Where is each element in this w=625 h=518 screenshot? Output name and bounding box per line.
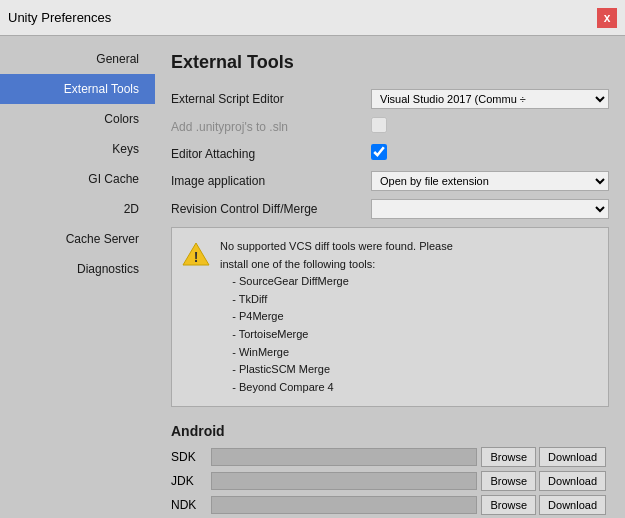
editor-attaching-control <box>371 144 609 163</box>
close-button[interactable]: x <box>597 8 617 28</box>
main-layout: General External Tools Colors Keys GI Ca… <box>0 36 625 518</box>
jdk-download-button[interactable]: Download <box>539 471 606 491</box>
script-editor-dropdown[interactable]: Visual Studio 2017 (Commu ÷ <box>371 89 609 109</box>
add-unity-proj-checkbox[interactable] <box>371 117 387 133</box>
image-app-control: Open by file extension <box>371 171 609 191</box>
editor-attaching-checkbox[interactable] <box>371 144 387 160</box>
sidebar-item-diagnostics[interactable]: Diagnostics <box>0 254 155 284</box>
sidebar-item-external-tools[interactable]: External Tools <box>0 74 155 104</box>
add-unity-proj-control <box>371 117 609 136</box>
jdk-browse-button[interactable]: Browse <box>481 471 536 491</box>
editor-attaching-label: Editor Attaching <box>171 147 371 161</box>
sidebar-item-gi-cache[interactable]: GI Cache <box>0 164 155 194</box>
warning-icon: ! <box>182 240 210 268</box>
ndk-field <box>211 496 477 514</box>
revision-control-row: Revision Control Diff/Merge <box>171 199 609 219</box>
window-title: Unity Preferences <box>8 10 111 25</box>
sidebar-item-colors[interactable]: Colors <box>0 104 155 134</box>
page-title: External Tools <box>171 52 609 73</box>
script-editor-label: External Script Editor <box>171 92 371 106</box>
sdk-download-button[interactable]: Download <box>539 447 606 467</box>
editor-attaching-row: Editor Attaching <box>171 144 609 163</box>
script-editor-row: External Script Editor Visual Studio 201… <box>171 89 609 109</box>
title-bar: Unity Preferences x <box>0 0 625 36</box>
sidebar-item-keys[interactable]: Keys <box>0 134 155 164</box>
sdk-field <box>211 448 477 466</box>
jdk-field <box>211 472 477 490</box>
revision-control-label: Revision Control Diff/Merge <box>171 202 371 216</box>
sidebar-item-general[interactable]: General <box>0 44 155 74</box>
warning-box: ! No supported VCS diff tools were found… <box>171 227 609 407</box>
image-app-row: Image application Open by file extension <box>171 171 609 191</box>
revision-control-dropdown[interactable] <box>371 199 609 219</box>
svg-text:!: ! <box>194 249 199 265</box>
ndk-browse-button[interactable]: Browse <box>481 495 536 515</box>
warning-message: No supported VCS diff tools were found. … <box>220 238 453 396</box>
sdk-label: SDK <box>171 450 211 464</box>
image-app-label: Image application <box>171 174 371 188</box>
add-unity-proj-row: Add .unityproj's to .sln <box>171 117 609 136</box>
ndk-row: NDK Browse Download <box>171 495 609 515</box>
sdk-row: SDK Browse Download <box>171 447 609 467</box>
script-editor-control: Visual Studio 2017 (Commu ÷ <box>371 89 609 109</box>
sidebar: General External Tools Colors Keys GI Ca… <box>0 36 155 518</box>
sidebar-item-2d[interactable]: 2D <box>0 194 155 224</box>
sidebar-item-cache-server[interactable]: Cache Server <box>0 224 155 254</box>
ndk-download-button[interactable]: Download <box>539 495 606 515</box>
add-unity-proj-label: Add .unityproj's to .sln <box>171 120 371 134</box>
revision-control-control <box>371 199 609 219</box>
ndk-label: NDK <box>171 498 211 512</box>
content-area: External Tools External Script Editor Vi… <box>155 36 625 518</box>
jdk-row: JDK Browse Download <box>171 471 609 491</box>
android-section-title: Android <box>171 423 609 439</box>
image-app-dropdown[interactable]: Open by file extension <box>371 171 609 191</box>
jdk-label: JDK <box>171 474 211 488</box>
sdk-browse-button[interactable]: Browse <box>481 447 536 467</box>
